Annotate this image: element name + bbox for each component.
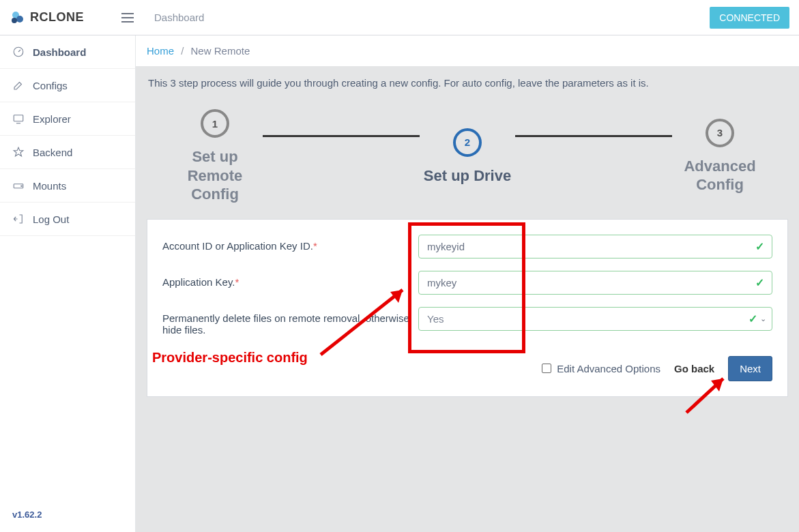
sidebar-item-dashboard[interactable]: Dashboard: [0, 35, 135, 69]
sidebar-item-mounts[interactable]: Mounts: [0, 169, 135, 203]
form-footer: Edit Advanced Options Go back Next: [162, 356, 772, 381]
sidebar-item-label: Explorer: [33, 113, 71, 125]
wizard-stepper: 1 Set up Remote Config 2 Set up Drive 3 …: [147, 105, 788, 219]
sidebar-item-label: Configs: [33, 80, 68, 91]
account-id-input[interactable]: [418, 235, 772, 258]
form-row-app-key: Application Key.* ✓: [162, 271, 772, 295]
permanent-delete-label: Permanently delete files on remote remov…: [162, 307, 418, 336]
monitor-icon: [12, 113, 25, 125]
breadcrumb-current: New Remote: [191, 45, 250, 57]
step-label: Set up Drive: [424, 166, 511, 186]
logout-icon: [12, 213, 25, 225]
sidebar-item-label: Log Out: [33, 213, 69, 225]
svg-point-7: [21, 186, 23, 187]
checkbox-icon: [542, 364, 551, 373]
step-number: 1: [201, 109, 229, 138]
breadcrumb: Home / New Remote: [136, 35, 799, 66]
form-row-permanent-delete: Permanently delete files on remote remov…: [162, 307, 772, 336]
valid-check-icon: ✓: [749, 312, 757, 325]
next-button[interactable]: Next: [728, 356, 772, 381]
sidebar-item-backend[interactable]: Backend: [0, 136, 135, 169]
connection-status-badge: CONNECTED: [710, 7, 789, 29]
chevron-down-icon: ⌄: [760, 314, 766, 323]
hamburger-menu-button[interactable]: [117, 9, 138, 27]
permanent-delete-select[interactable]: Yes: [418, 307, 772, 331]
sidebar-item-label: Mounts: [33, 180, 66, 192]
step-1[interactable]: 1 Set up Remote Config: [167, 109, 263, 204]
version-label: v1.62.2: [0, 497, 135, 532]
breadcrumb-separator: /: [181, 45, 184, 57]
step-number: 2: [453, 128, 482, 157]
edit-advanced-label: Edit Advanced Options: [557, 363, 660, 374]
breadcrumb-home-link[interactable]: Home: [147, 45, 174, 57]
sidebar-item-label: Backend: [33, 147, 72, 158]
svg-point-1: [16, 16, 23, 23]
step-label: Advanced Config: [672, 157, 768, 194]
main-content: Home / New Remote This 3 step process wi…: [136, 35, 799, 532]
svg-rect-4: [14, 115, 23, 121]
form-row-account-id: Account ID or Application Key ID.* ✓: [162, 235, 772, 258]
sidebar: Dashboard Configs Explorer Backend Mount…: [0, 35, 136, 532]
step-3[interactable]: 3 Advanced Config: [672, 119, 768, 194]
go-back-button[interactable]: Go back: [674, 363, 714, 374]
help-text: This 3 step process will guide you throu…: [147, 77, 788, 89]
page-title: Dashboard: [154, 12, 204, 23]
star-icon: [12, 146, 25, 158]
svg-point-2: [12, 18, 17, 23]
brand-text: RCLONE: [30, 10, 84, 25]
sidebar-item-label: Dashboard: [33, 46, 86, 58]
valid-check-icon: ✓: [755, 240, 764, 253]
edit-icon: [12, 79, 25, 91]
brand-logo: RCLONE: [10, 10, 112, 26]
step-connector: [515, 135, 672, 137]
sidebar-item-logout[interactable]: Log Out: [0, 203, 135, 236]
edit-advanced-checkbox[interactable]: Edit Advanced Options: [542, 363, 660, 374]
drive-icon: [12, 179, 25, 192]
step-connector: [263, 135, 420, 137]
valid-check-icon: ✓: [755, 276, 764, 289]
app-key-label: Application Key.*: [162, 271, 418, 288]
step-2[interactable]: 2 Set up Drive: [420, 128, 515, 186]
step-label: Set up Remote Config: [167, 147, 263, 204]
gauge-icon: [12, 46, 25, 58]
app-header: RCLONE Dashboard CONNECTED: [0, 0, 799, 35]
sidebar-item-explorer[interactable]: Explorer: [0, 102, 135, 136]
app-key-input[interactable]: [418, 271, 772, 295]
account-id-label: Account ID or Application Key ID.*: [162, 235, 418, 252]
rclone-icon: [10, 10, 26, 26]
config-form-card: Account ID or Application Key ID.* ✓ App…: [147, 219, 788, 397]
sidebar-item-configs[interactable]: Configs: [0, 69, 135, 102]
step-number: 3: [706, 119, 734, 147]
